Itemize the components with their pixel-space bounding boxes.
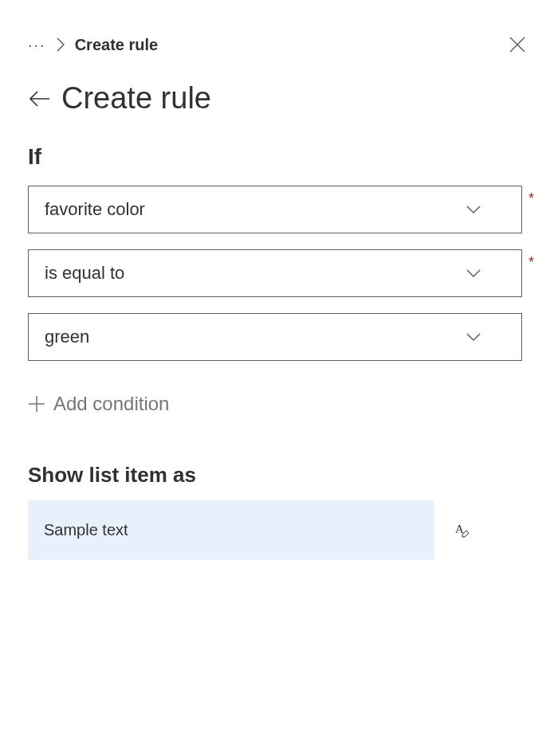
show-section-header: Show list item as bbox=[28, 463, 530, 488]
sample-preview: Sample text bbox=[28, 500, 434, 560]
chevron-down-icon bbox=[466, 205, 481, 214]
chevron-down-icon bbox=[466, 268, 481, 278]
overflow-menu-icon[interactable]: ··· bbox=[28, 37, 46, 53]
close-button[interactable] bbox=[505, 32, 530, 57]
condition-field-value: favorite color bbox=[45, 199, 145, 220]
breadcrumb: ··· Create rule bbox=[28, 36, 158, 54]
condition-operator-value: is equal to bbox=[45, 263, 124, 284]
plus-icon bbox=[28, 395, 45, 413]
required-indicator: * bbox=[529, 190, 534, 207]
breadcrumb-current: Create rule bbox=[75, 36, 159, 54]
condition-value-select[interactable]: green bbox=[28, 313, 522, 361]
edit-style-button[interactable]: A bbox=[450, 520, 471, 541]
page-title: Create rule bbox=[61, 81, 211, 116]
add-condition-button[interactable]: Add condition bbox=[28, 393, 530, 415]
if-section-header: If bbox=[28, 144, 530, 170]
required-indicator: * bbox=[529, 254, 534, 271]
back-button[interactable] bbox=[28, 90, 50, 108]
sample-text: Sample text bbox=[44, 521, 128, 539]
condition-field-select[interactable]: favorite color bbox=[28, 186, 522, 233]
chevron-right-icon bbox=[56, 37, 65, 53]
svg-text:A: A bbox=[455, 523, 464, 535]
chevron-down-icon bbox=[466, 332, 481, 342]
add-condition-label: Add condition bbox=[53, 393, 169, 415]
condition-operator-select[interactable]: is equal to bbox=[28, 249, 522, 297]
condition-value-value: green bbox=[45, 327, 89, 347]
